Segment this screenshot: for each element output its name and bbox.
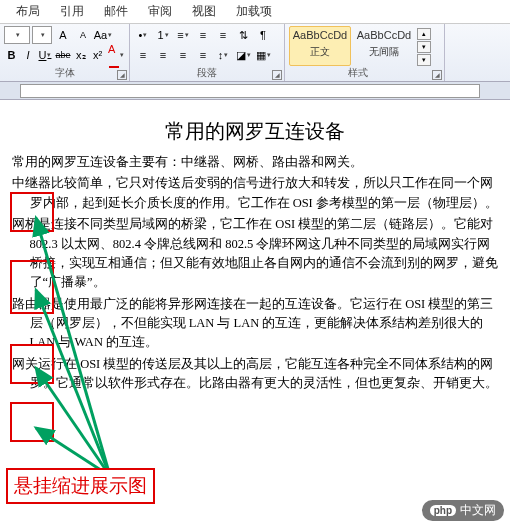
style-nospacing[interactable]: AaBbCcDd 无间隔 — [353, 26, 415, 66]
borders-button[interactable]: ▦▾ — [254, 46, 272, 64]
shading-button[interactable]: ◪▾ — [234, 46, 252, 64]
style-name: 无间隔 — [354, 45, 414, 59]
font-group: ▾ ▾ A A Aa▾ B I U▾ abe x₂ x² A▾ 字体 ◢ — [0, 24, 130, 81]
highlight-box — [10, 192, 54, 232]
font-size-select[interactable]: ▾ — [32, 26, 52, 44]
ribbon-tabs: 布局 引用 邮件 审阅 视图 加载项 — [0, 0, 510, 24]
increase-indent-button[interactable]: ≡ — [214, 26, 232, 44]
bullets-button[interactable]: •▾ — [134, 26, 152, 44]
font-name-select[interactable]: ▾ — [4, 26, 30, 44]
paragraph: 网关运行在 OSI 模型的传送层及其以上的高层，它能互连各种完全不同体系结构的网… — [12, 355, 498, 394]
paragraph: 常用的网罗互连设备主要有：中继器、网桥、路由器和网关。 — [12, 153, 498, 172]
font-group-label: 字体 — [0, 66, 129, 80]
multilevel-button[interactable]: ≡▾ — [174, 26, 192, 44]
styles-expand[interactable]: ▾ — [417, 54, 431, 66]
line-spacing-button[interactable]: ↕▾ — [214, 46, 232, 64]
change-case-button[interactable]: Aa▾ — [94, 26, 112, 44]
align-left-button[interactable]: ≡ — [134, 46, 152, 64]
highlight-box — [10, 260, 54, 314]
strike-button[interactable]: abe — [54, 46, 71, 64]
styles-group-label: 样式 — [285, 66, 430, 80]
decrease-indent-button[interactable]: ≡ — [194, 26, 212, 44]
paragraph-group: •▾ 1▾ ≡▾ ≡ ≡ ⇅ ¶ ≡ ≡ ≡ ≡ ↕▾ ◪▾ ▦▾ 段落 ◢ — [130, 24, 285, 81]
annotation-label: 悬挂缩进展示图 — [6, 468, 155, 504]
watermark-badge: php 中文网 — [422, 500, 504, 521]
paragraph: 中继器比较简单，它只对传送后变弱的信号进行放大和转发，所以只工作在同一个网罗内部… — [12, 174, 498, 213]
subscript-button[interactable]: x₂ — [73, 46, 88, 64]
bold-button[interactable]: B — [4, 46, 19, 64]
tab-review[interactable]: 审阅 — [138, 0, 182, 23]
tab-quote[interactable]: 引用 — [50, 0, 94, 23]
ribbon: ▾ ▾ A A Aa▾ B I U▾ abe x₂ x² A▾ 字体 ◢ •▾ … — [0, 24, 510, 82]
sort-button[interactable]: ⇅ — [234, 26, 252, 44]
style-normal[interactable]: AaBbCcDd 正文 — [289, 26, 351, 66]
tab-addons[interactable]: 加载项 — [226, 0, 282, 23]
styles-scroll-up[interactable]: ▴ — [417, 28, 431, 40]
style-preview: AaBbCcDd — [290, 29, 350, 41]
show-marks-button[interactable]: ¶ — [254, 26, 272, 44]
styles-group: AaBbCcDd 正文 AaBbCcDd 无间隔 ▴ ▾ ▾ 样式 ◢ — [285, 24, 445, 81]
watermark-site: 中文网 — [460, 502, 496, 519]
document-area: 常用的网罗互连设备 常用的网罗互连设备主要有：中继器、网桥、路由器和网关。 中继… — [0, 100, 510, 394]
paragraph: 路由器是使用最广泛的能将异形网连接在一起的互连设备。它运行在 OSI 模型的第三… — [12, 295, 498, 353]
italic-button[interactable]: I — [21, 46, 36, 64]
horizontal-ruler[interactable] — [20, 84, 480, 98]
ruler-area — [0, 82, 510, 100]
grow-font-button[interactable]: A — [54, 26, 72, 44]
highlight-box — [10, 402, 54, 442]
font-color-button[interactable]: A▾ — [107, 46, 125, 64]
styles-dialog-launcher[interactable]: ◢ — [432, 70, 442, 80]
paragraph-group-label: 段落 — [130, 66, 284, 80]
superscript-button[interactable]: x² — [90, 46, 105, 64]
shrink-font-button[interactable]: A — [74, 26, 92, 44]
paragraph: 网桥是连接不同类型局域网的桥梁，它工作在 OSI 模型的第二层（链路层）。它能对… — [12, 215, 498, 293]
watermark-brand: php — [430, 505, 456, 516]
paragraph-dialog-launcher[interactable]: ◢ — [272, 70, 282, 80]
styles-scroll-down[interactable]: ▾ — [417, 41, 431, 53]
align-center-button[interactable]: ≡ — [154, 46, 172, 64]
align-justify-button[interactable]: ≡ — [194, 46, 212, 64]
underline-button[interactable]: U▾ — [38, 46, 53, 64]
font-dialog-launcher[interactable]: ◢ — [117, 70, 127, 80]
align-right-button[interactable]: ≡ — [174, 46, 192, 64]
tab-mail[interactable]: 邮件 — [94, 0, 138, 23]
highlight-box — [10, 344, 54, 384]
doc-body[interactable]: 常用的网罗互连设备主要有：中继器、网桥、路由器和网关。 中继器比较简单，它只对传… — [12, 153, 498, 394]
numbering-button[interactable]: 1▾ — [154, 26, 172, 44]
doc-title: 常用的网罗互连设备 — [12, 118, 498, 145]
tab-view[interactable]: 视图 — [182, 0, 226, 23]
tab-layout[interactable]: 布局 — [6, 0, 50, 23]
style-name: 正文 — [290, 45, 350, 59]
style-preview: AaBbCcDd — [354, 29, 414, 41]
